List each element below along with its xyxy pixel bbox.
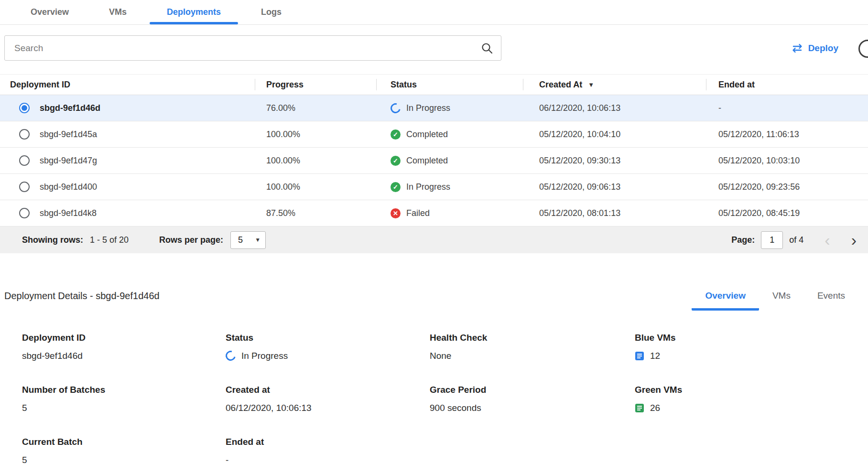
status-label: Completed — [406, 129, 448, 140]
field-status: Status In Progress — [226, 333, 430, 361]
deploy-label: Deploy — [808, 43, 838, 54]
details-grid: Deployment ID sbgd-9ef1d46d Status In Pr… — [0, 333, 868, 474]
rows-per-page-value: 5 — [238, 235, 243, 245]
tab-logs[interactable]: Logs — [241, 0, 302, 24]
details-tab-events[interactable]: Events — [804, 291, 858, 311]
field-deployment-id: Deployment ID sbgd-9ef1d46d — [22, 333, 226, 361]
status-label: Failed — [406, 208, 430, 218]
toolbar: Deploy — [0, 35, 868, 61]
table-body: sbgd-9ef1d46d 76.00% In Progress 06/12/2… — [0, 95, 868, 226]
rows-per-page-label: Rows per page: — [159, 235, 223, 245]
ended-at-value: - — [706, 103, 868, 113]
showing-rows-label: Showing rows: — [22, 235, 83, 245]
details-tab-bar: Overview VMs Events — [692, 291, 858, 311]
row-select-radio[interactable] — [19, 129, 30, 140]
field-created-at: Created at 06/12/2020, 10:06:13 — [226, 385, 430, 413]
table-row[interactable]: sbgd-9ef1d45a 100.00% ✓ Completed 05/12/… — [0, 121, 868, 148]
column-header-ended-at[interactable]: Ended at — [706, 75, 868, 95]
field-grace-period: Grace Period 900 seconds — [430, 385, 635, 413]
deployment-id: sbgd-9ef1d46d — [40, 103, 100, 113]
rows-per-page-select[interactable]: 5 ▼ — [230, 231, 266, 249]
row-select-radio[interactable] — [19, 208, 30, 218]
ended-at-value: 05/12/2020, 08:45:19 — [706, 208, 868, 218]
chevron-down-icon: ▼ — [255, 237, 260, 243]
ended-at-value: 05/12/2020, 11:06:13 — [706, 129, 868, 140]
column-header-status[interactable]: Status — [376, 75, 523, 95]
progress-value: 100.00% — [255, 129, 376, 140]
check-circle-icon: ✓ — [391, 129, 401, 140]
search-input[interactable] — [14, 43, 481, 54]
green-vm-icon — [635, 403, 644, 413]
column-header-created-at[interactable]: Created At ▼ — [523, 75, 706, 95]
created-at-value: 05/12/2020, 09:30:13 — [523, 156, 706, 166]
deployment-id: sbgd-9ef1d45a — [40, 129, 97, 140]
field-blue-vms: Blue VMs 12 — [635, 333, 868, 361]
deploy-button[interactable]: Deploy — [792, 35, 838, 61]
error-circle-icon: ✕ — [391, 208, 401, 218]
previous-page-icon[interactable]: ‹ — [825, 232, 830, 248]
table-row[interactable]: sbgd-9ef1d4k8 87.50% ✕ Failed 05/12/2020… — [0, 200, 868, 226]
table-header: Deployment ID Progress Status Created At… — [0, 74, 868, 95]
column-header-progress[interactable]: Progress — [255, 75, 376, 95]
row-select-radio[interactable] — [19, 182, 30, 192]
refresh-icon[interactable] — [858, 40, 868, 58]
ended-at-value: 05/12/2020, 09:23:56 — [706, 182, 868, 192]
field-ended-at: Ended at - — [226, 437, 430, 465]
check-circle-icon: ✓ — [391, 182, 401, 192]
created-at-value: 05/12/2020, 08:01:13 — [523, 208, 706, 218]
next-page-icon[interactable]: › — [851, 232, 857, 248]
progress-value: 100.00% — [255, 156, 376, 166]
progress-value: 100.00% — [255, 182, 376, 192]
deployment-id: sbgd-9ef1d400 — [40, 182, 97, 192]
status-label: In Progress — [406, 103, 450, 113]
search-box — [4, 35, 501, 61]
page-number-input[interactable] — [761, 231, 783, 249]
column-header-deployment-id[interactable]: Deployment ID — [0, 75, 255, 95]
sort-desc-icon: ▼ — [588, 82, 594, 88]
created-at-value: 06/12/2020, 10:06:13 — [523, 103, 706, 113]
blue-vm-icon — [635, 351, 644, 361]
tab-vms[interactable]: VMs — [89, 0, 147, 24]
tab-deployments[interactable]: Deployments — [147, 0, 241, 24]
pagination-bar: Showing rows: 1 - 5 of 20 Rows per page:… — [0, 226, 868, 253]
main-tab-bar: Overview VMs Deployments Logs — [0, 0, 868, 25]
created-at-value: 05/12/2020, 09:06:13 — [523, 182, 706, 192]
field-green-vms: Green VMs 26 — [635, 385, 868, 413]
table-row[interactable]: sbgd-9ef1d400 100.00% ✓ In Progress 05/1… — [0, 174, 868, 200]
progress-value: 87.50% — [255, 208, 376, 218]
spinner-icon — [224, 349, 238, 363]
deployment-id: sbgd-9ef1d4k8 — [40, 208, 97, 218]
details-title: Deployment Details - sbgd-9ef1d46d — [4, 291, 160, 311]
details-header: Deployment Details - sbgd-9ef1d46d Overv… — [0, 253, 868, 311]
showing-rows-value: 1 - 5 of 20 — [90, 235, 129, 245]
field-health-check: Health Check None — [430, 333, 635, 361]
tab-overview[interactable]: Overview — [11, 0, 89, 24]
field-number-of-batches: Number of Batches 5 — [22, 385, 226, 413]
page-label: Page: — [731, 235, 755, 245]
created-at-value: 05/12/2020, 10:04:10 — [523, 129, 706, 140]
status-label: Completed — [406, 156, 448, 166]
spinner-icon — [389, 101, 402, 115]
ended-at-value: 05/12/2020, 10:03:10 — [706, 156, 868, 166]
swap-arrows-icon — [792, 43, 803, 53]
progress-value: 76.00% — [255, 103, 376, 113]
details-tab-overview[interactable]: Overview — [692, 291, 759, 311]
page-total: of 4 — [789, 235, 803, 245]
row-select-radio[interactable] — [19, 103, 30, 113]
field-current-batch: Current Batch 5 — [22, 437, 226, 465]
check-circle-icon: ✓ — [391, 156, 401, 166]
deployment-id: sbgd-9ef1d47g — [40, 156, 97, 166]
row-select-radio[interactable] — [19, 155, 30, 166]
details-tab-vms[interactable]: VMs — [759, 291, 804, 311]
status-label: In Progress — [406, 182, 450, 192]
search-icon[interactable] — [481, 42, 493, 54]
table-row[interactable]: sbgd-9ef1d46d 76.00% In Progress 06/12/2… — [0, 95, 868, 121]
table-row[interactable]: sbgd-9ef1d47g 100.00% ✓ Completed 05/12/… — [0, 148, 868, 174]
